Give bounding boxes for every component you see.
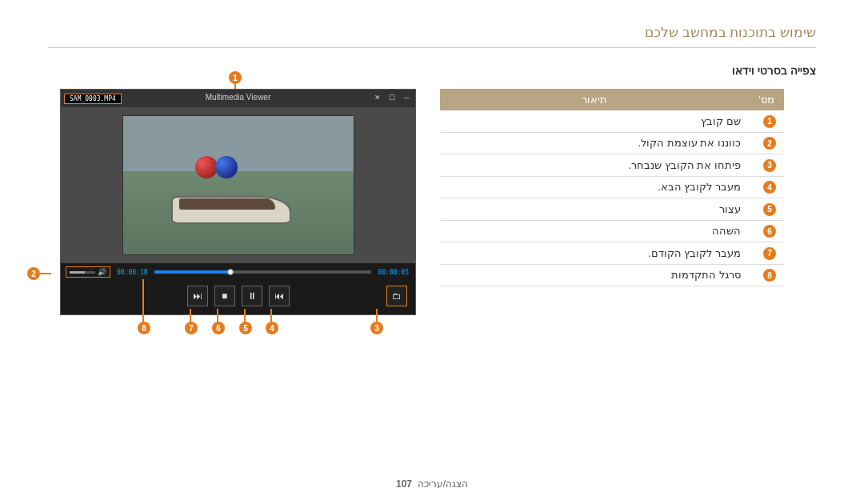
table-head-desc: תיאור xyxy=(440,89,749,110)
callout-4: 4 xyxy=(266,322,278,334)
video-frame xyxy=(61,107,415,263)
close-icon[interactable]: ✕ xyxy=(372,94,383,103)
row-desc: פיתחו את הקובץ שנבחר. xyxy=(440,154,749,177)
row-desc: עצור xyxy=(440,198,749,221)
video-filename: SAM_0003.MP4 xyxy=(64,94,122,104)
row-num-badge: 3 xyxy=(763,159,776,172)
row-num-badge: 4 xyxy=(763,181,776,194)
footer-page: 107 xyxy=(396,478,412,490)
table-row: 5 עצור xyxy=(440,198,784,221)
callout-2: 2 xyxy=(27,267,40,280)
prev-button[interactable]: ⏮ xyxy=(269,286,290,306)
callout-5: 5 xyxy=(239,322,252,334)
row-num-badge: 2 xyxy=(763,137,776,150)
table-head-num: מס' xyxy=(749,89,784,110)
video-player-figure: 1 SAM_0003.MP4 Multimedia Viewer ─ ☐ ✕ xyxy=(48,89,416,315)
footer-text: הצגה/עריכה xyxy=(418,478,468,490)
blue-ball xyxy=(215,156,238,178)
callout-3: 3 xyxy=(370,322,383,334)
max-icon[interactable]: ☐ xyxy=(386,94,398,103)
pause-button[interactable]: ⏸ xyxy=(242,286,262,306)
video-thumbnail-scene xyxy=(122,115,354,255)
callout-line xyxy=(142,279,144,323)
row-desc: כווננו את עוצמת הקול. xyxy=(440,132,749,154)
callout-8: 8 xyxy=(138,322,150,334)
table-row: 2 כווננו את עוצמת הקול. xyxy=(440,132,784,154)
progress-bar[interactable] xyxy=(154,270,372,274)
page-footer: הצגה/עריכה 107 xyxy=(0,478,864,490)
video-titlebar: SAM_0003.MP4 Multimedia Viewer ─ ☐ ✕ xyxy=(61,90,415,107)
section-title: צפייה בסרטי וידאו xyxy=(48,64,816,77)
page-header: שימוש בתוכנות במחשב שלכם xyxy=(48,24,816,48)
video-window: SAM_0003.MP4 Multimedia Viewer ─ ☐ ✕ xyxy=(60,89,416,315)
window-buttons: ─ ☐ ✕ xyxy=(372,94,412,103)
open-folder-button[interactable]: 🗀 xyxy=(386,286,407,306)
progress-row: 00:00:05 00:00:18 🔊 xyxy=(61,263,415,281)
row-num-badge: 7 xyxy=(763,247,776,260)
volume-control[interactable]: 🔊 xyxy=(66,266,110,278)
callout-7: 7 xyxy=(185,322,198,334)
row-num-badge: 6 xyxy=(763,225,776,238)
boat-shape xyxy=(171,176,291,224)
controls-row: ⏮ ⏸ ■ ⏭ 🗀 xyxy=(61,281,415,314)
time-total: 00:00:18 xyxy=(115,268,150,277)
callout-line xyxy=(40,273,51,274)
table-row: 7 מעבר לקובץ הקודם. xyxy=(440,242,784,265)
volume-bar[interactable] xyxy=(70,271,95,274)
row-num-badge: 5 xyxy=(763,203,776,216)
stop-button[interactable]: ■ xyxy=(214,286,235,306)
min-icon[interactable]: ─ xyxy=(401,94,412,103)
next-button[interactable]: ⏭ xyxy=(187,286,208,306)
row-desc: השהה xyxy=(440,220,749,242)
callout-6: 6 xyxy=(212,322,225,334)
red-ball xyxy=(195,156,218,178)
table-row: 6 השהה xyxy=(440,220,784,242)
video-window-title: Multimedia Viewer xyxy=(206,93,271,102)
row-num-badge: 8 xyxy=(763,269,776,282)
row-desc: סרגל התקדמות xyxy=(440,264,749,286)
speaker-icon: 🔊 xyxy=(98,268,106,276)
row-desc: מעבר לקובץ הקודם. xyxy=(440,242,749,265)
description-table-wrap: מס' תיאור 1 שם קובץ 2 כווננו את עוצמת הק… xyxy=(440,89,784,286)
table-row: 1 שם קובץ xyxy=(440,110,784,132)
callout-1: 1 xyxy=(229,71,242,84)
table-row: 8 סרגל התקדמות xyxy=(440,264,784,286)
description-table: מס' תיאור 1 שם קובץ 2 כווננו את עוצמת הק… xyxy=(440,89,784,286)
row-num-badge: 1 xyxy=(763,115,776,128)
table-row: 4 מעבר לקובץ הבא. xyxy=(440,176,784,198)
table-row: 3 פיתחו את הקובץ שנבחר. xyxy=(440,154,784,177)
time-current: 00:00:05 xyxy=(376,268,410,277)
row-desc: שם קובץ xyxy=(440,110,749,132)
progress-handle[interactable] xyxy=(227,269,234,275)
row-desc: מעבר לקובץ הבא. xyxy=(440,176,749,198)
